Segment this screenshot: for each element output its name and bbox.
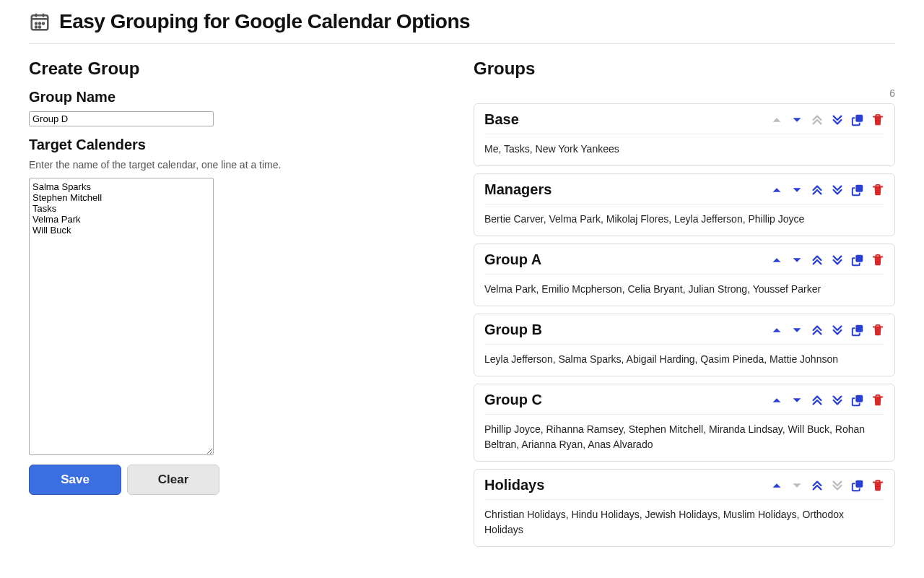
- group-card: ManagersBertie Carver, Velma Park, Mikol…: [474, 173, 895, 236]
- move-down-icon[interactable]: [790, 324, 803, 337]
- delete-icon[interactable]: [871, 254, 884, 267]
- move-bottom-icon[interactable]: [831, 184, 844, 197]
- move-up-icon[interactable]: [770, 324, 783, 337]
- move-bottom-icon: [831, 479, 844, 492]
- group-header: Group A: [484, 251, 884, 275]
- groups-count: 6: [474, 87, 895, 99]
- group-members: Velma Park, Emilio Mcpherson, Celia Brya…: [484, 282, 884, 297]
- groups-heading: Groups: [474, 59, 895, 79]
- move-bottom-icon[interactable]: [831, 394, 844, 407]
- group-actions: [770, 394, 884, 407]
- group-name: Holidays: [484, 477, 544, 493]
- group-name: Managers: [484, 181, 552, 198]
- group-name: Group C: [484, 392, 542, 408]
- group-name-input[interactable]: [29, 111, 214, 126]
- create-heading: Create Group: [29, 59, 445, 79]
- group-name: Group B: [484, 322, 542, 338]
- group-header: Group C: [484, 392, 884, 415]
- group-actions: [770, 479, 884, 492]
- group-name: Base: [484, 111, 519, 128]
- move-down-icon: [790, 479, 803, 492]
- group-card: Group BLeyla Jefferson, Salma Sparks, Ab…: [474, 314, 895, 376]
- move-bottom-icon[interactable]: [831, 113, 844, 126]
- group-actions: [770, 324, 884, 337]
- group-actions: [770, 113, 884, 126]
- move-bottom-icon[interactable]: [831, 324, 844, 337]
- calendar-icon: [29, 11, 51, 33]
- move-down-icon[interactable]: [790, 184, 803, 197]
- copy-icon[interactable]: [851, 184, 864, 197]
- move-down-icon[interactable]: [790, 113, 803, 126]
- move-up-icon[interactable]: [770, 479, 783, 492]
- groups-panel: Groups 6 BaseMe, Tasks, New York Yankees…: [474, 59, 895, 554]
- move-up-icon: [770, 113, 783, 126]
- page-title: Easy Grouping for Google Calendar Option…: [59, 10, 470, 33]
- group-members: Bertie Carver, Velma Park, Mikolaj Flore…: [484, 212, 884, 227]
- copy-icon[interactable]: [851, 479, 864, 492]
- group-members: Christian Holidays, Hindu Holidays, Jewi…: [484, 507, 884, 538]
- main-columns: Create Group Group Name Target Calenders…: [29, 59, 895, 554]
- copy-icon[interactable]: [851, 113, 864, 126]
- move-up-icon[interactable]: [770, 184, 783, 197]
- delete-icon[interactable]: [871, 324, 884, 337]
- clear-button[interactable]: Clear: [127, 465, 219, 495]
- svg-point-4: [35, 27, 37, 28]
- group-card: BaseMe, Tasks, New York Yankees: [474, 103, 895, 166]
- group-members: Me, Tasks, New York Yankees: [484, 142, 884, 157]
- group-card: HolidaysChristian Holidays, Hindu Holida…: [474, 469, 895, 547]
- delete-icon[interactable]: [871, 184, 884, 197]
- move-top-icon[interactable]: [811, 324, 824, 337]
- group-card: Group AVelma Park, Emilio Mcpherson, Cel…: [474, 243, 895, 306]
- target-calendars-label: Target Calenders: [29, 137, 445, 153]
- group-members: Leyla Jefferson, Salma Sparks, Abigail H…: [484, 352, 884, 367]
- svg-point-1: [35, 23, 37, 25]
- copy-icon[interactable]: [851, 254, 864, 267]
- group-actions: [770, 184, 884, 197]
- create-group-panel: Create Group Group Name Target Calenders…: [29, 59, 445, 554]
- move-top-icon[interactable]: [811, 254, 824, 267]
- save-button[interactable]: Save: [29, 465, 121, 495]
- groups-list: BaseMe, Tasks, New York YankeesManagersB…: [474, 103, 895, 547]
- group-name: Group A: [484, 251, 541, 268]
- page-header: Easy Grouping for Google Calendar Option…: [29, 0, 895, 44]
- move-up-icon[interactable]: [770, 394, 783, 407]
- delete-icon[interactable]: [871, 394, 884, 407]
- move-down-icon[interactable]: [790, 254, 803, 267]
- delete-icon[interactable]: [871, 479, 884, 492]
- form-buttons: Save Clear: [29, 465, 445, 495]
- group-name-label: Group Name: [29, 89, 445, 105]
- svg-point-5: [39, 27, 40, 28]
- move-down-icon[interactable]: [790, 394, 803, 407]
- group-header: Holidays: [484, 477, 884, 500]
- group-header: Base: [484, 111, 884, 134]
- move-bottom-icon[interactable]: [831, 254, 844, 267]
- copy-icon[interactable]: [851, 394, 864, 407]
- target-calendars-help: Enter the name of the target calendar, o…: [29, 159, 445, 171]
- move-top-icon[interactable]: [811, 479, 824, 492]
- move-top-icon[interactable]: [811, 394, 824, 407]
- move-up-icon[interactable]: [770, 254, 783, 267]
- delete-icon[interactable]: [871, 113, 884, 126]
- copy-icon[interactable]: [851, 324, 864, 337]
- group-actions: [770, 254, 884, 267]
- group-header: Group B: [484, 322, 884, 345]
- group-card: Group CPhillip Joyce, Rihanna Ramsey, St…: [474, 384, 895, 462]
- move-top-icon[interactable]: [811, 184, 824, 197]
- group-header: Managers: [484, 181, 884, 204]
- svg-point-2: [39, 23, 40, 25]
- move-top-icon: [811, 113, 824, 126]
- svg-point-3: [43, 23, 44, 25]
- group-members: Phillip Joyce, Rihanna Ramsey, Stephen M…: [484, 422, 884, 452]
- target-calendars-input[interactable]: [29, 178, 214, 455]
